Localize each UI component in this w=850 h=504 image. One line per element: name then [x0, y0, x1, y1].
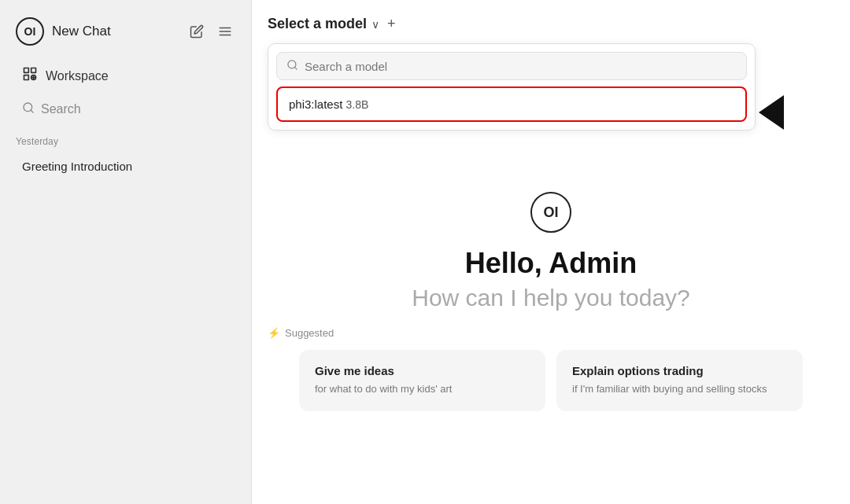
- suggestion-title-1: Give me ideas: [315, 364, 530, 377]
- model-dropdown: phi3:latest 3.8B: [268, 43, 756, 131]
- workspace-icon: [22, 66, 38, 86]
- sidebar: OI New Chat: [0, 0, 252, 504]
- suggested-label: ⚡ Suggested: [268, 327, 334, 339]
- suggestion-title-2: Explain options trading: [572, 364, 787, 377]
- suggestion-card-2[interactable]: Explain options trading if I'm familiar …: [556, 350, 803, 410]
- workspace-label: Workspace: [46, 69, 109, 83]
- model-selector-area: Select a model ∨ + phi3:latest: [252, 0, 850, 131]
- svg-line-12: [294, 67, 297, 69]
- yesterday-label: Yesterday: [0, 125, 251, 152]
- sidebar-icon-group: [187, 21, 235, 42]
- suggestions-row: Give me ideas for what to do with my kid…: [299, 350, 803, 410]
- svg-line-10: [31, 110, 33, 112]
- model-selector-header[interactable]: Select a model ∨ +: [268, 16, 834, 32]
- suggestion-sub-1: for what to do with my kids' art: [315, 382, 530, 396]
- greeting-subtitle: How can I help you today?: [412, 285, 690, 311]
- workspace-item[interactable]: Workspace: [6, 58, 245, 94]
- menu-button[interactable]: [215, 21, 235, 42]
- arrow-indicator: [759, 95, 784, 130]
- model-size: 3.8B: [346, 98, 369, 111]
- model-search-icon: [286, 59, 298, 73]
- lightning-icon: ⚡: [268, 327, 280, 339]
- center-logo: OI: [530, 192, 571, 233]
- search-label: Search: [41, 102, 81, 116]
- center-content: OI Hello, Admin How can I help you today…: [252, 99, 850, 504]
- svg-rect-3: [24, 68, 29, 73]
- model-search-input[interactable]: [305, 60, 737, 73]
- model-selector-title: Select a model: [268, 16, 367, 32]
- search-bar[interactable]: Search: [6, 94, 245, 125]
- svg-rect-4: [31, 68, 36, 73]
- model-search-box[interactable]: [276, 52, 747, 80]
- greeting-title: Hello, Admin: [465, 247, 638, 280]
- suggestion-sub-2: if I'm familiar with buying and selling …: [572, 382, 787, 396]
- sidebar-header: OI New Chat: [0, 0, 251, 58]
- main-content: Select a model ∨ + phi3:latest: [252, 0, 850, 504]
- new-chat-label: New Chat: [52, 24, 179, 39]
- chat-item-greeting[interactable]: Greeting Introduction: [6, 152, 245, 181]
- edit-button[interactable]: [187, 21, 207, 42]
- add-model-icon: +: [387, 16, 396, 32]
- model-name: phi3:latest 3.8B: [289, 97, 368, 111]
- chevron-down-icon: ∨: [371, 18, 379, 31]
- model-list-item[interactable]: phi3:latest 3.8B: [276, 86, 747, 122]
- search-icon: [22, 101, 35, 117]
- svg-rect-5: [24, 75, 29, 80]
- sidebar-logo: OI: [16, 17, 44, 46]
- suggestion-card-1[interactable]: Give me ideas for what to do with my kid…: [299, 350, 545, 410]
- model-dropdown-wrapper: phi3:latest 3.8B: [268, 43, 756, 131]
